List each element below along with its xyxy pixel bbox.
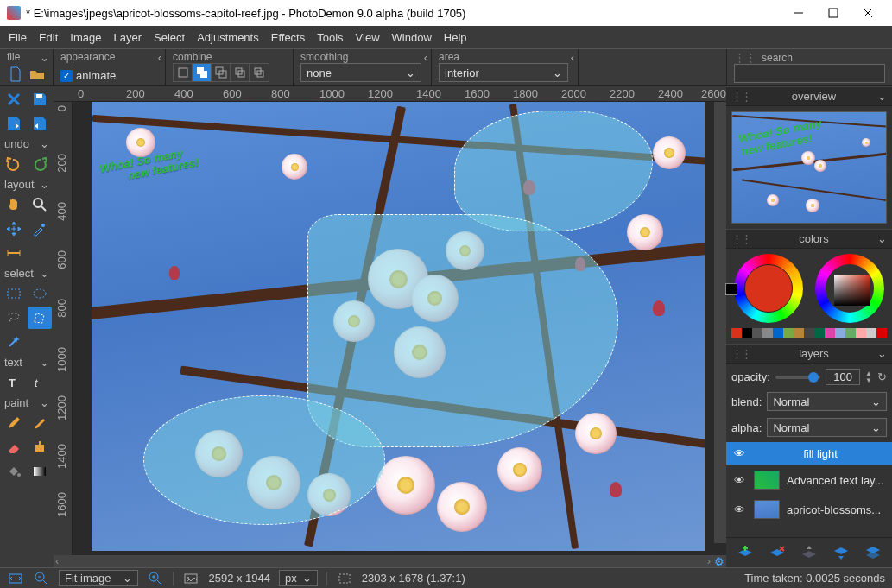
gradient-tool[interactable] — [28, 460, 52, 483]
reset-icon[interactable]: ↻ — [877, 370, 887, 383]
alpha-combo[interactable]: Normal⌄ — [767, 418, 887, 437]
save-copy-button[interactable] — [2, 112, 26, 135]
menu-layer[interactable]: Layer — [114, 31, 142, 44]
zoom-out-icon[interactable] — [33, 570, 50, 587]
smoothing-combo[interactable]: none⌄ — [300, 63, 421, 82]
area-combo[interactable]: interior⌄ — [439, 63, 568, 82]
time-taken: Time taken: 0.0025 seconds — [744, 572, 885, 585]
redo-button[interactable] — [28, 153, 52, 175]
units-combo[interactable]: px⌄ — [279, 570, 318, 586]
zoom-tool[interactable] — [28, 193, 52, 216]
wand-select-tool[interactable] — [2, 331, 26, 353]
layer-row[interactable]: 👁 Advanced text lay... — [726, 465, 892, 495]
delete-layer-button[interactable] — [765, 541, 789, 564]
chevron-down-icon[interactable]: ⌄ — [40, 51, 49, 64]
pencil-tool[interactable] — [2, 412, 26, 434]
fill-tool[interactable] — [2, 460, 26, 483]
rect-select-tool[interactable] — [2, 282, 26, 305]
chevron-down-icon[interactable]: ⌄ — [40, 267, 49, 280]
image-canvas[interactable]: Whoa! So many new features! — [92, 102, 705, 551]
combine-add[interactable] — [193, 64, 212, 81]
text-adv-tool[interactable]: t — [28, 371, 52, 394]
combine-replace[interactable] — [174, 64, 193, 81]
open-file-button[interactable] — [28, 63, 47, 85]
export-button[interactable] — [28, 112, 52, 135]
clone-tool[interactable] — [28, 436, 52, 458]
menu-file[interactable]: File — [9, 31, 27, 44]
sv-picker[interactable] — [834, 275, 870, 306]
close-image-button[interactable] — [2, 88, 26, 111]
svg-point-18 — [41, 224, 45, 227]
polygon-select-tool[interactable] — [28, 307, 52, 329]
opacity-value[interactable]: 100 — [826, 369, 860, 385]
eye-icon[interactable]: 👁 — [731, 447, 747, 460]
maximize-button[interactable] — [816, 0, 851, 26]
menu-effects[interactable]: Effects — [271, 31, 306, 44]
zoom-in-icon[interactable] — [147, 570, 164, 587]
opacity-slider[interactable] — [775, 376, 820, 379]
save-button[interactable] — [28, 88, 52, 111]
chevron-down-icon[interactable]: ⌄ — [40, 178, 49, 191]
opacity-spin[interactable]: ▲▼ — [865, 370, 872, 384]
color-wheel-segment[interactable] — [734, 254, 803, 323]
undo-button[interactable] — [2, 153, 26, 175]
swatch-row[interactable] — [731, 328, 887, 338]
scroll-right-icon[interactable]: › — [707, 554, 711, 567]
combine-subtract[interactable] — [212, 64, 231, 81]
color-swap-swatch[interactable] — [725, 283, 737, 295]
combine-xor[interactable] — [250, 64, 269, 81]
new-file-button[interactable] — [7, 63, 25, 85]
chevron-down-icon[interactable]: ⌄ — [40, 356, 49, 369]
layer-row[interactable]: 👁 fill light — [726, 442, 892, 465]
layer-down-button[interactable] — [829, 541, 853, 564]
measure-tool[interactable] — [2, 242, 26, 264]
lasso-select-tool[interactable] — [2, 307, 26, 329]
menu-tools[interactable]: Tools — [317, 31, 343, 44]
move-tool[interactable] — [2, 218, 26, 240]
scrollbar-horizontal[interactable]: ‹ › ⚙ — [54, 555, 726, 567]
canvas-viewport[interactable]: Whoa! So many new features! — [73, 102, 726, 555]
eraser-tool[interactable] — [2, 436, 26, 458]
chevron-down-icon[interactable]: ⌄ — [877, 347, 887, 360]
gear-icon[interactable]: ⚙ — [714, 555, 724, 567]
color-picker-tool[interactable] — [28, 218, 52, 240]
chevron-left-icon[interactable]: ‹ — [424, 51, 427, 64]
zoom-combo[interactable]: Fit image⌄ — [59, 570, 138, 586]
menu-image[interactable]: Image — [70, 31, 101, 44]
blend-combo[interactable]: Normal⌄ — [767, 392, 887, 411]
close-button[interactable] — [851, 0, 885, 26]
menu-adjustments[interactable]: Adjustments — [197, 31, 259, 44]
menu-select[interactable]: Select — [154, 31, 185, 44]
combine-intersect[interactable] — [231, 64, 250, 81]
eye-icon[interactable]: 👁 — [731, 503, 747, 516]
menu-view[interactable]: View — [356, 31, 380, 44]
text-tool[interactable]: T — [2, 371, 26, 394]
brush-tool[interactable] — [28, 412, 52, 434]
chevron-down-icon[interactable]: ⌄ — [40, 396, 49, 409]
chevron-left-icon[interactable]: ‹ — [158, 51, 161, 64]
menu-help[interactable]: Help — [444, 31, 467, 44]
chevron-down-icon[interactable]: ⌄ — [877, 232, 887, 245]
search-input[interactable] — [734, 64, 885, 83]
minimize-button[interactable] — [781, 0, 816, 26]
fit-screen-icon[interactable] — [7, 570, 24, 587]
chevron-left-icon[interactable]: ‹ — [571, 51, 574, 64]
overview-thumbnail[interactable]: Whoa! So manynew features! — [731, 111, 887, 224]
ellipse-select-tool[interactable] — [28, 282, 52, 305]
animate-checkbox[interactable]: ✓ — [60, 70, 73, 82]
merge-down-button[interactable] — [861, 541, 885, 564]
eye-icon[interactable]: 👁 — [731, 474, 747, 487]
hand-tool[interactable] — [2, 193, 26, 216]
color-wheel-hue[interactable] — [815, 254, 884, 323]
chevron-down-icon[interactable]: ⌄ — [40, 137, 49, 150]
toolbox-select-label: select — [4, 267, 34, 280]
menu-edit[interactable]: Edit — [39, 31, 58, 44]
scroll-left-icon[interactable]: ‹ — [55, 554, 59, 567]
add-layer-button[interactable] — [733, 541, 757, 564]
scrollbar-vertical[interactable] — [714, 102, 726, 543]
combine-mode-buttons — [173, 63, 269, 82]
menu-window[interactable]: Window — [392, 31, 432, 44]
layer-row[interactable]: 👁 apricot-blossoms... — [726, 495, 892, 524]
chevron-down-icon[interactable]: ⌄ — [877, 90, 887, 103]
layer-up-button[interactable] — [797, 541, 821, 564]
